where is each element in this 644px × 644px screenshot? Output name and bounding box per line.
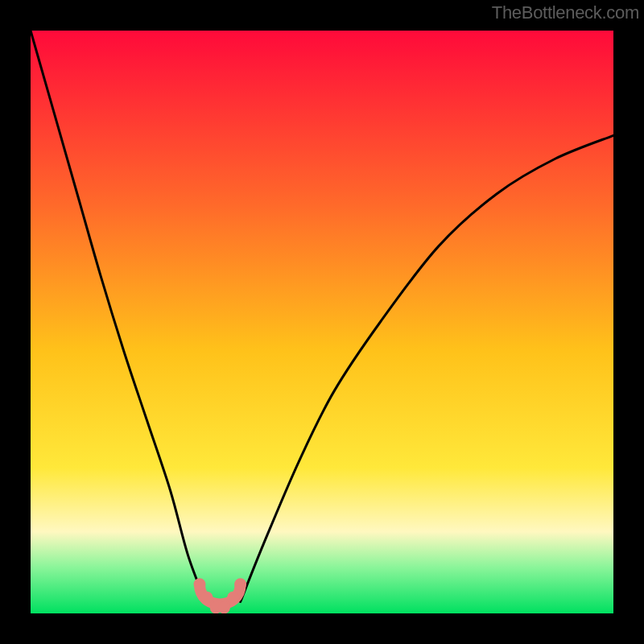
- notch-bead: [227, 592, 239, 604]
- chart-svg: [31, 31, 613, 613]
- notch-bead: [193, 578, 205, 590]
- chart-plot-area: [31, 31, 613, 613]
- notch-bead: [234, 578, 246, 590]
- chart-frame: TheBottleneck.com: [0, 0, 644, 644]
- watermark-text: TheBottleneck.com: [492, 2, 639, 23]
- gradient-background: [31, 31, 613, 613]
- notch-bead: [218, 601, 230, 613]
- notch-bead: [201, 592, 213, 604]
